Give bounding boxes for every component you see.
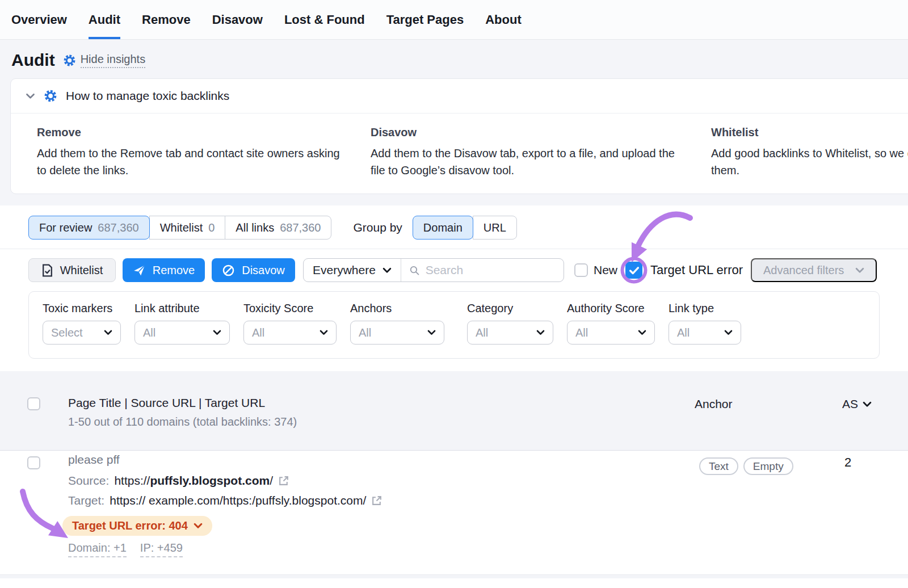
- chevron-down-icon: [855, 267, 864, 274]
- nav-tab-remove[interactable]: Remove: [142, 0, 191, 39]
- source-url-suffix: /: [270, 474, 273, 487]
- chevron-down-icon: [213, 330, 221, 335]
- check-icon: [629, 266, 640, 275]
- link-type-select[interactable]: All: [669, 321, 741, 345]
- advanced-filters-button[interactable]: Advanced filters: [751, 258, 877, 282]
- insight-column-whitelist: Whitelist Add good backlinks to Whitelis…: [711, 126, 908, 179]
- send-icon: [133, 264, 146, 277]
- search-scope-control: Everywhere: [303, 258, 564, 282]
- filter-label: Anchors: [350, 302, 444, 315]
- nav-tab-lost-and-found[interactable]: Lost & Found: [284, 0, 365, 39]
- anchor-type-badge-text: Text: [699, 457, 738, 475]
- target-url-error-filter-label: Target URL error: [650, 263, 743, 278]
- insight-column-disavow: Disavow Add them to the Disavow tab, exp…: [371, 126, 711, 179]
- filter-toxicity-score: Toxicity Score All: [243, 302, 337, 345]
- view-tabs-row: For review 687,360 Whitelist 0 All links…: [0, 205, 908, 249]
- source-label: Source:: [68, 474, 109, 488]
- chevron-down-icon: [536, 330, 545, 335]
- disavow-button[interactable]: Disavow: [212, 258, 295, 282]
- group-by-url[interactable]: URL: [473, 216, 517, 240]
- nav-tab-disavow[interactable]: Disavow: [212, 0, 263, 39]
- anchors-select[interactable]: All: [350, 321, 444, 345]
- table-row: please pff Source: https://puffsly.blogs…: [0, 451, 908, 575]
- chevron-down-icon: [320, 330, 328, 335]
- row-as-value: 2: [844, 455, 851, 470]
- target-url-error-checkbox[interactable]: [625, 262, 642, 279]
- ip-expand-link[interactable]: IP: +459: [140, 541, 183, 557]
- insight-body-text: Add them to the Remove tab and contact s…: [37, 145, 371, 179]
- whitelist-button[interactable]: Whitelist: [28, 258, 116, 282]
- tab-label: All links: [236, 221, 274, 234]
- row-checkbox[interactable]: [27, 456, 40, 469]
- top-nav: Overview Audit Remove Disavow Lost & Fou…: [0, 0, 908, 40]
- columns-header: Page Title | Source URL | Target URL: [68, 396, 265, 410]
- category-select[interactable]: All: [467, 321, 553, 345]
- source-url-domain: puffsly.blogspot.com: [150, 474, 270, 487]
- actions-toolbar: Whitelist Remove Disavow Everywhere: [0, 249, 908, 282]
- new-checkbox-label: New: [594, 263, 617, 277]
- domain-expand-link[interactable]: Domain: +1: [68, 541, 127, 557]
- target-url-error-badge[interactable]: Target URL error: 404: [62, 516, 212, 536]
- source-url-prefix: https://: [114, 474, 150, 487]
- button-label: Whitelist: [60, 264, 103, 277]
- scope-select[interactable]: Everywhere: [304, 259, 401, 282]
- target-url-error-checkbox-wrap: [625, 262, 642, 279]
- chevron-down-icon: [382, 267, 392, 274]
- select-value: All: [677, 326, 690, 339]
- hide-insights-toggle[interactable]: Hide insights: [63, 53, 146, 68]
- filter-label: Toxicity Score: [243, 302, 337, 315]
- select-value: All: [359, 326, 371, 339]
- nav-tab-overview[interactable]: Overview: [11, 0, 67, 39]
- insights-card: How to manage toxic backlinks Remove Add…: [10, 78, 908, 194]
- filter-label: Category: [467, 302, 553, 315]
- select-value: All: [575, 326, 588, 339]
- link-attribute-select[interactable]: All: [134, 321, 230, 345]
- filter-authority-score: Authority Score All: [567, 302, 655, 345]
- tab-count: 687,360: [98, 221, 138, 234]
- chevron-down-icon: [724, 330, 733, 335]
- filter-link-attribute: Link attribute All: [134, 302, 230, 345]
- insight-column-remove: Remove Add them to the Remove tab and co…: [37, 126, 371, 179]
- chevron-down-icon: [863, 401, 872, 408]
- remove-button[interactable]: Remove: [123, 258, 205, 282]
- insights-card-header[interactable]: How to manage toxic backlinks: [11, 79, 908, 113]
- tab-whitelist[interactable]: Whitelist 0: [149, 216, 226, 240]
- nav-tab-audit[interactable]: Audit: [89, 0, 120, 39]
- nav-tab-target-pages[interactable]: Target Pages: [386, 0, 464, 39]
- select-value: All: [476, 326, 488, 339]
- external-link-icon[interactable]: [278, 475, 289, 486]
- button-label: Disavow: [242, 264, 285, 277]
- group-by-label: Group by: [353, 221, 402, 234]
- filter-label: Link type: [669, 302, 741, 315]
- insight-heading: Remove: [37, 126, 371, 139]
- toxic-markers-select[interactable]: Select: [43, 321, 121, 345]
- filter-link-type: Link type All: [669, 302, 741, 345]
- button-label: Remove: [153, 264, 195, 277]
- chevron-down-icon: [104, 330, 112, 335]
- group-by-domain[interactable]: Domain: [413, 216, 473, 240]
- table-header: Page Title | Source URL | Target URL 1-5…: [0, 371, 908, 451]
- tab-count: 0: [208, 221, 215, 234]
- toxicity-score-select[interactable]: All: [243, 321, 337, 345]
- anchor-column-header: Anchor: [695, 397, 733, 411]
- filter-label: Link attribute: [134, 302, 230, 315]
- external-link-icon[interactable]: [371, 495, 382, 506]
- gear-icon: [63, 54, 76, 67]
- pagination-summary: 1-50 out of 110 domains (total backlinks…: [68, 415, 297, 429]
- select-value: Select: [51, 326, 83, 339]
- select-all-checkbox[interactable]: [27, 397, 40, 410]
- row-page-title: please pff: [68, 453, 382, 467]
- nav-tab-about[interactable]: About: [485, 0, 522, 39]
- tab-for-review[interactable]: For review 687,360: [28, 216, 150, 240]
- new-checkbox[interactable]: [574, 263, 588, 277]
- filter-label: Toxic markers: [43, 302, 121, 315]
- anchor-type-badge-empty: Empty: [743, 457, 793, 475]
- filter-category: Category All: [467, 302, 553, 345]
- page-title: Audit: [11, 51, 55, 70]
- tab-all-links[interactable]: All links 687,360: [225, 216, 331, 240]
- search-input[interactable]: [426, 263, 556, 277]
- tab-count: 687,360: [280, 221, 321, 234]
- authority-score-select[interactable]: All: [567, 321, 655, 345]
- as-sort-control[interactable]: AS: [842, 397, 872, 411]
- filter-label: Authority Score: [567, 302, 655, 315]
